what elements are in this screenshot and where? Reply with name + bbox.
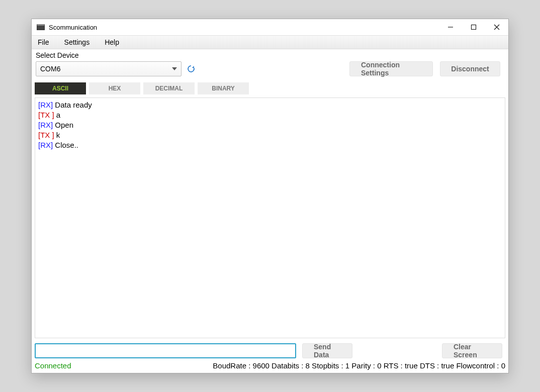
connected-status: Connected — [35, 361, 71, 370]
send-data-button[interactable]: Send Data — [302, 343, 352, 358]
log-text: Data ready — [53, 101, 92, 109]
format-tabs: ASCII HEX DECIMAL BINARY — [32, 79, 508, 94]
maximize-button[interactable] — [462, 19, 485, 35]
tab-binary[interactable]: BINARY — [198, 82, 249, 94]
tab-hex[interactable]: HEX — [89, 82, 140, 94]
log-line: [RX] Open — [38, 120, 502, 130]
select-device-label: Select Device — [36, 51, 504, 59]
device-row: COM6 Connection Settings Disconnect — [36, 61, 504, 76]
svg-rect-1 — [472, 25, 476, 30]
log-text: Open — [53, 121, 73, 129]
menu-help[interactable]: Help — [103, 38, 121, 46]
rx-tag: [RX] — [38, 101, 53, 109]
app-icon — [37, 24, 45, 30]
device-combobox[interactable]: COM6 — [36, 61, 182, 76]
refresh-icon[interactable] — [187, 64, 196, 73]
titlebar: Scommunication — [32, 19, 508, 35]
menu-file[interactable]: File — [36, 38, 51, 46]
close-button[interactable] — [485, 19, 508, 35]
connection-info: BoudRate : 9600 Databits : 8 Stopbits : … — [213, 361, 505, 370]
chevron-down-icon — [172, 67, 177, 70]
device-select-row: Select Device COM6 Connection Settings D… — [32, 49, 508, 79]
log-text: Close.. — [53, 141, 78, 149]
connection-settings-button[interactable]: Connection Settings — [349, 61, 433, 76]
statusbar: Connected BoudRate : 9600 Databits : 8 S… — [32, 361, 508, 373]
log-line: [TX ] a — [38, 110, 502, 120]
disconnect-button[interactable]: Disconnect — [440, 61, 500, 76]
device-combobox-value: COM6 — [40, 65, 60, 73]
log-line: [RX] Data ready — [38, 100, 502, 110]
log-text: a — [54, 111, 61, 119]
log-line: [RX] Close.. — [38, 140, 502, 150]
tab-ascii[interactable]: ASCII — [35, 82, 86, 94]
window-controls — [439, 19, 508, 35]
log-output[interactable]: [RX] Data ready[TX ] a[RX] Open[TX ] k[R… — [35, 97, 505, 338]
window-title: Scommunication — [49, 24, 97, 31]
menu-settings[interactable]: Settings — [62, 38, 92, 46]
tab-decimal[interactable]: DECIMAL — [143, 82, 195, 94]
clear-screen-button[interactable]: Clear Screen — [442, 343, 502, 358]
rx-tag: [RX] — [38, 141, 53, 149]
send-input[interactable] — [35, 343, 296, 358]
tx-tag: [TX ] — [38, 111, 54, 119]
rx-tag: [RX] — [38, 121, 53, 129]
minimize-button[interactable] — [439, 19, 462, 35]
top-right-buttons: Connection Settings Disconnect — [349, 61, 500, 76]
send-row: Send Data Clear Screen — [32, 338, 508, 361]
content: Select Device COM6 Connection Settings D… — [32, 49, 508, 373]
log-line: [TX ] k — [38, 130, 502, 140]
log-text: k — [54, 131, 60, 139]
menubar: File Settings Help — [32, 35, 508, 49]
app-window: Scommunication File Settings Help Select… — [31, 19, 509, 373]
tx-tag: [TX ] — [38, 131, 54, 139]
